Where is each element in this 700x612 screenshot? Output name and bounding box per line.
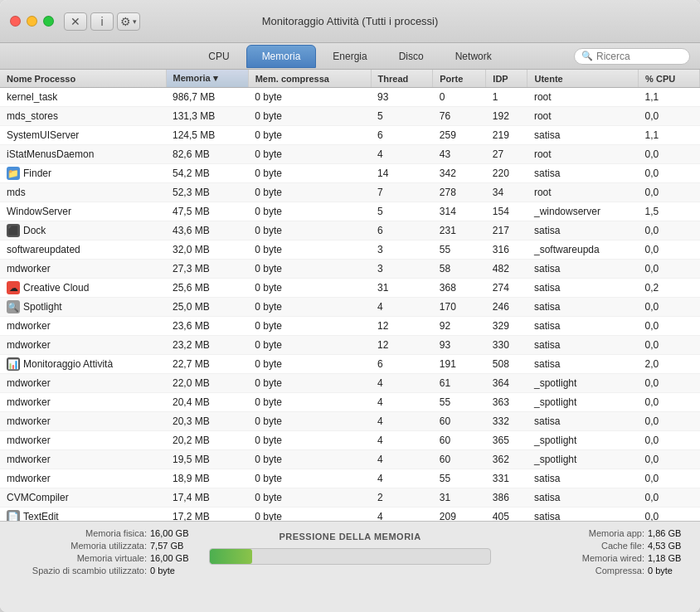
table-row[interactable]: WindowServer 47,5 MB 0 byte 5 314 154 _w… xyxy=(0,202,700,221)
maximize-button[interactable] xyxy=(43,16,54,27)
cell-memoria: 52,3 MB xyxy=(166,183,248,202)
cell-mem-compressa: 0 byte xyxy=(248,260,371,279)
cell-mem-compressa: 0 byte xyxy=(248,145,371,164)
cell-utente: satisa xyxy=(527,126,639,145)
cell-mem-compressa: 0 byte xyxy=(248,164,371,183)
cell-idp: 27 xyxy=(486,145,527,164)
cell-thread: 5 xyxy=(371,202,433,221)
cell-memoria: 22,0 MB xyxy=(166,374,248,393)
cell-thread: 4 xyxy=(371,508,433,522)
close-button[interactable] xyxy=(10,16,21,27)
bottom-left-stats: Memoria fisica: 16,00 GB Memoria utilizz… xyxy=(10,528,192,605)
cell-porte: 55 xyxy=(433,240,486,260)
pressure-label: PRESSIONE DELLA MEMORIA xyxy=(279,532,420,542)
cell-utente: satisa xyxy=(527,508,639,522)
cell-cpu: 0,0 xyxy=(639,221,700,240)
app-row: Memoria app: 1,86 GB xyxy=(508,528,690,538)
compressa-row: Compressa: 0 byte xyxy=(508,566,690,576)
col-memoria[interactable]: Memoria ▾ xyxy=(166,70,248,88)
cell-porte: 60 xyxy=(433,450,486,469)
col-utente[interactable]: Utente xyxy=(527,70,639,88)
table-row[interactable]: 📄 TextEdit 17,2 MB 0 byte 4 209 405 sati… xyxy=(0,508,700,522)
search-box[interactable]: 🔍 xyxy=(574,48,690,65)
table-row[interactable]: SystemUIServer 124,5 MB 0 byte 6 259 219… xyxy=(0,126,700,145)
back-button[interactable]: ✕ xyxy=(64,12,87,31)
table-row[interactable]: mdworker 23,6 MB 0 byte 12 92 329 satisa… xyxy=(0,317,700,336)
cell-utente: satisa xyxy=(527,336,639,355)
table-row[interactable]: kernel_task 986,7 MB 0 byte 93 0 1 root … xyxy=(0,88,700,107)
table-row[interactable]: softwareupdated 32,0 MB 0 byte 3 55 316 … xyxy=(0,240,700,260)
table-row[interactable]: 🔍 Spotlight 25,0 MB 0 byte 4 170 246 sat… xyxy=(0,298,700,317)
cell-porte: 0 xyxy=(433,88,486,107)
tab-network[interactable]: Network xyxy=(440,45,507,68)
cell-cpu: 1,1 xyxy=(639,126,700,145)
cell-cpu: 0,0 xyxy=(639,469,700,488)
cell-memoria: 20,2 MB xyxy=(166,431,248,450)
table-row[interactable]: mdworker 18,9 MB 0 byte 4 55 331 satisa … xyxy=(0,469,700,488)
tab-disco[interactable]: Disco xyxy=(384,45,439,68)
cell-cpu: 0,0 xyxy=(639,240,700,260)
cell-cpu: 0,0 xyxy=(639,183,700,202)
cell-porte: 93 xyxy=(433,336,486,355)
cell-mem-compressa: 0 byte xyxy=(248,355,371,374)
table-row[interactable]: mdworker 20,4 MB 0 byte 4 55 363 _spotli… xyxy=(0,393,700,412)
col-porte[interactable]: Porte xyxy=(433,70,486,88)
cell-name: 📊 Monitoraggio Attività xyxy=(0,355,166,373)
cell-idp: 508 xyxy=(486,355,527,374)
col-idp[interactable]: IDP xyxy=(486,70,527,88)
col-cpu[interactable]: % CPU xyxy=(639,70,700,88)
virtuale-row: Memoria virtuale: 16,00 GB xyxy=(10,553,192,563)
col-thread[interactable]: Thread xyxy=(371,70,433,88)
table-row[interactable]: mdworker 20,3 MB 0 byte 4 60 332 satisa … xyxy=(0,412,700,431)
table-row[interactable]: mdworker 27,3 MB 0 byte 3 58 482 satisa … xyxy=(0,260,700,279)
cell-memoria: 23,6 MB xyxy=(166,317,248,336)
cell-idp: 332 xyxy=(486,412,527,431)
cell-thread: 5 xyxy=(371,107,433,126)
compressa-label: Compressa: xyxy=(508,566,644,576)
cell-memoria: 18,9 MB xyxy=(166,469,248,488)
minimize-button[interactable] xyxy=(27,16,37,27)
tab-memoria[interactable]: Memoria xyxy=(246,45,317,68)
process-icon: 📊 xyxy=(7,357,20,371)
wired-label: Memoria wired: xyxy=(508,553,644,563)
table-row[interactable]: 📊 Monitoraggio Attività 22,7 MB 0 byte 6… xyxy=(0,355,700,374)
table-row[interactable]: ⬛ Dock 43,6 MB 0 byte 6 231 217 satisa 0… xyxy=(0,221,700,240)
cell-idp: 34 xyxy=(486,183,527,202)
table-row[interactable]: mdworker 23,2 MB 0 byte 12 93 330 satisa… xyxy=(0,336,700,355)
cell-idp: 330 xyxy=(486,336,527,355)
tab-cpu[interactable]: CPU xyxy=(193,45,244,68)
col-mem-compressa[interactable]: Mem. compressa xyxy=(248,70,371,88)
cell-utente: satisa xyxy=(527,355,639,374)
table-row[interactable]: iStatMenusDaemon 82,6 MB 0 byte 4 43 27 … xyxy=(0,145,700,164)
cell-idp: 217 xyxy=(486,221,527,240)
cell-name: ☁ Creative Cloud xyxy=(0,279,166,297)
cell-utente: satisa xyxy=(527,298,639,317)
cell-mem-compressa: 0 byte xyxy=(248,279,371,298)
table-row[interactable]: ☁ Creative Cloud 25,6 MB 0 byte 31 368 2… xyxy=(0,279,700,298)
pressure-fill xyxy=(210,549,252,564)
process-table-container[interactable]: Nome Processo Memoria ▾ Mem. compressa T… xyxy=(0,70,700,521)
col-nome[interactable]: Nome Processo xyxy=(0,70,166,88)
tab-energia[interactable]: Energia xyxy=(318,45,382,68)
cell-thread: 4 xyxy=(371,450,433,469)
search-input[interactable] xyxy=(596,51,683,62)
search-icon: 🔍 xyxy=(581,51,593,61)
info-button[interactable]: i xyxy=(90,12,114,31)
cell-cpu: 0,0 xyxy=(639,393,700,412)
table-row[interactable]: mds_stores 131,3 MB 0 byte 5 76 192 root… xyxy=(0,107,700,126)
cell-cpu: 0,0 xyxy=(639,412,700,431)
cell-mem-compressa: 0 byte xyxy=(248,107,371,126)
table-row[interactable]: 📁 Finder 54,2 MB 0 byte 14 342 220 satis… xyxy=(0,164,700,183)
table-row[interactable]: mds 52,3 MB 0 byte 7 278 34 root 0,0 xyxy=(0,183,700,202)
table-row[interactable]: mdworker 22,0 MB 0 byte 4 61 364 _spotli… xyxy=(0,374,700,393)
cell-name: mdworker xyxy=(0,393,166,411)
table-row[interactable]: CVMCompiler 17,4 MB 0 byte 2 31 386 sati… xyxy=(0,488,700,508)
cell-memoria: 986,7 MB xyxy=(166,88,248,107)
cell-utente: root xyxy=(527,145,639,164)
gear-button[interactable]: ⚙ ▾ xyxy=(117,12,140,31)
table-row[interactable]: mdworker 20,2 MB 0 byte 4 60 365 _spotli… xyxy=(0,431,700,450)
cell-thread: 4 xyxy=(371,393,433,412)
info-icon: i xyxy=(100,15,103,28)
cell-porte: 55 xyxy=(433,469,486,488)
table-row[interactable]: mdworker 19,5 MB 0 byte 4 60 362 _spotli… xyxy=(0,450,700,469)
